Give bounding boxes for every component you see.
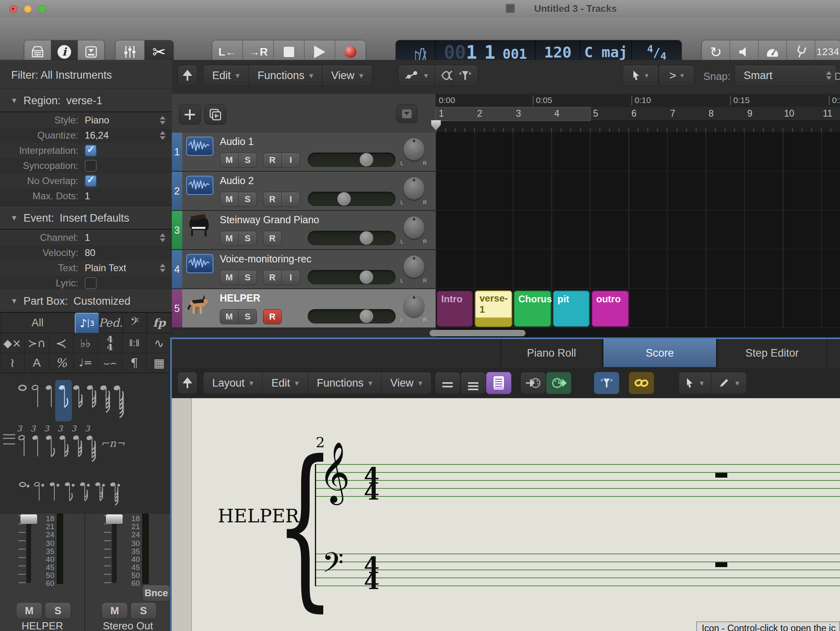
pan-knob[interactable]: L R (400, 255, 427, 284)
input-monitor-button[interactable]: I (281, 192, 300, 207)
track-number[interactable]: 3 (172, 211, 182, 249)
automation-icon[interactable] (398, 65, 435, 86)
track-name[interactable]: HELPER (220, 292, 260, 304)
treble-clef[interactable]: 𝄞 (319, 445, 350, 498)
region-pit[interactable]: pit (553, 290, 590, 327)
dotted-sixteenth-note-icon[interactable] (76, 480, 92, 512)
dotted-quarter-note-icon[interactable] (46, 480, 62, 512)
pan-knob[interactable]: L R (400, 216, 427, 244)
lyric-checkbox[interactable] (85, 277, 97, 289)
interpretation-row[interactable]: Interpretation: (0, 143, 172, 158)
tab-piano-roll[interactable]: Piano Roll (500, 339, 603, 367)
partbox-tab-accidentals[interactable]: ♭♭ (73, 333, 98, 353)
volume-fader[interactable] (26, 514, 31, 583)
whole-rest-treble[interactable] (715, 473, 727, 478)
mute-button[interactable]: M (220, 231, 239, 246)
treble-time-sig-bottom[interactable]: 4 (363, 480, 380, 503)
score-pencil-tool-button[interactable] (711, 372, 746, 394)
n-tuplet-icon[interactable]: ⌐n¬ (101, 437, 125, 449)
score-canvas[interactable]: { 2 HELPER 𝄞 𝄢 4 4 4 4 (172, 398, 840, 631)
midi-out-icon[interactable] (546, 372, 571, 394)
quarter-note-icon[interactable] (43, 383, 58, 421)
bar-ruler[interactable]: 1 2 3 4 5 6 7 8 9 10 11 (436, 107, 840, 121)
strip-name[interactable]: HELPER (0, 620, 85, 631)
zoom-button[interactable] (38, 5, 46, 13)
input-monitor-button[interactable]: I (281, 153, 300, 168)
volume-slider[interactable] (308, 309, 396, 323)
bass-time-sig-bottom[interactable]: 4 (363, 570, 380, 592)
wrapped-view-icon[interactable] (460, 372, 486, 394)
half-note-icon[interactable] (30, 383, 44, 421)
syncopation-row[interactable]: Syncopation: (0, 158, 172, 173)
eighth-note-icon[interactable] (56, 383, 71, 421)
secondary-tool-button[interactable]: >▾ (659, 65, 695, 86)
partbox-tab-noteheads[interactable]: ◆× (0, 333, 25, 353)
menu-functions[interactable]: Functions (249, 65, 322, 86)
disclosure-triangle-icon[interactable]: ▼ (10, 297, 18, 306)
stepper-icon[interactable] (159, 115, 166, 125)
slider-thumb[interactable] (360, 270, 373, 284)
partbox-tab-bass-clef[interactable]: 𝄢 (123, 313, 147, 333)
thirty-second-note-icon[interactable] (84, 383, 99, 421)
tab-step-editor[interactable]: Step Editor (717, 339, 827, 367)
add-track-button[interactable] (179, 105, 201, 125)
style-row[interactable]: Style:Piano (0, 113, 172, 128)
filter-funnel-icon[interactable] (452, 65, 478, 86)
velocity-row[interactable]: Velocity:80 (0, 245, 172, 260)
syncopation-checkbox[interactable] (85, 160, 97, 172)
input-monitor-button[interactable]: I (281, 270, 300, 285)
max-dots-row[interactable]: Max. Dots:1 (0, 189, 172, 204)
disclosure-triangle-icon[interactable]: ▼ (10, 96, 18, 105)
volume-slider[interactable] (308, 153, 396, 167)
track-number[interactable]: 2 (172, 172, 182, 210)
event-section-header[interactable]: ▼ Event: Insert Defaults (0, 207, 172, 230)
solo-button[interactable]: S (130, 602, 157, 619)
partbox-tab-text[interactable]: A (24, 353, 49, 373)
solo-button[interactable]: S (45, 602, 71, 619)
no-overlap-row[interactable]: No Overlap: (0, 173, 172, 189)
horizontal-scrollbar[interactable] (430, 330, 525, 336)
no-overlap-checkbox[interactable] (85, 175, 97, 187)
region-intro[interactable]: Intro (436, 290, 473, 327)
linear-view-icon[interactable] (435, 372, 460, 394)
track-name[interactable]: Steinway Grand Piano (220, 214, 319, 226)
mute-button[interactable]: M (220, 309, 239, 324)
thirty-second-triplet-icon[interactable]: 3 (70, 433, 85, 472)
track-name[interactable]: Audio 1 (220, 136, 254, 147)
region-outro[interactable]: outro (591, 290, 629, 327)
midi-in-icon[interactable] (520, 372, 546, 394)
partbox-tab-time-signature[interactable]: 44 (98, 333, 122, 353)
link-icon[interactable] (629, 372, 654, 394)
dotted-sixty-fourth-note-icon[interactable] (106, 480, 122, 514)
partbox-tab-barlines[interactable]: ‖:‖ (122, 333, 147, 353)
record-enable-button[interactable]: R (263, 309, 282, 324)
partbox-tab-slurs[interactable]: ⌣⌢ (98, 353, 122, 373)
volume-slider[interactable] (308, 231, 396, 245)
partbox-tab-dynamics[interactable]: fp (147, 313, 172, 333)
snap-dropdown[interactable]: Smart (735, 65, 837, 86)
track-lanes[interactable]: Intro verse-1 Chorus pit outro (436, 132, 840, 329)
mute-button[interactable]: M (220, 153, 239, 168)
track-name[interactable]: Voice-monitoring-rec (220, 253, 311, 265)
mute-button[interactable]: M (16, 602, 42, 619)
stepper-icon[interactable] (159, 263, 166, 273)
menu-edit[interactable]: Edit (263, 372, 308, 394)
track-row-audio-1[interactable]: 1 Audio 1 M S R I L R (172, 133, 436, 172)
sixteenth-note-icon[interactable] (71, 383, 85, 421)
partbox-tab-ornaments[interactable]: ∿ (146, 333, 172, 353)
track-number[interactable]: 5 (172, 289, 182, 327)
slider-thumb[interactable] (360, 310, 373, 323)
staff-instrument-name[interactable]: HELPER (218, 505, 299, 527)
minimize-button[interactable] (24, 5, 32, 13)
partbox-tab-all[interactable]: All (0, 313, 75, 333)
menu-view[interactable]: View (322, 65, 372, 86)
sixty-fourth-note-icon[interactable] (98, 383, 112, 423)
close-button[interactable] (10, 5, 17, 13)
partbox-tab-accents[interactable]: ≻∩ (24, 333, 49, 353)
stepper-icon[interactable] (159, 130, 166, 141)
solo-button[interactable]: S (238, 231, 257, 246)
text-row[interactable]: Text:Plain Text (0, 260, 172, 276)
pointer-tool-button[interactable]: ▾ (623, 65, 659, 86)
strip-name[interactable]: Stereo Out (86, 620, 170, 631)
region-verse-1-selected[interactable]: verse-1 (475, 290, 512, 327)
